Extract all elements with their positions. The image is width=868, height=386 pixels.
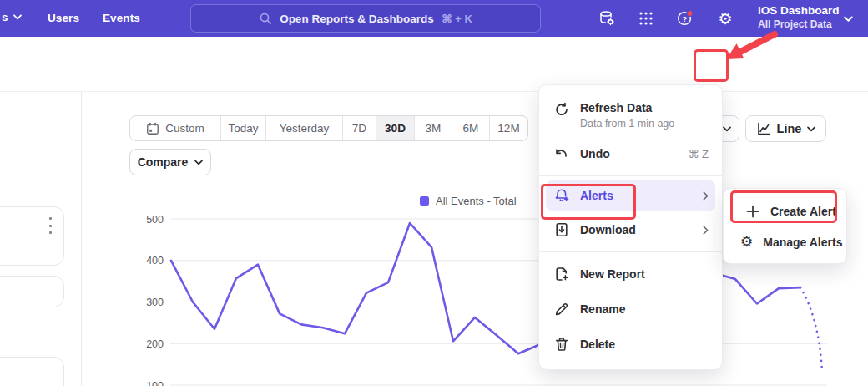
- project-name: iOS Dashboard: [758, 3, 841, 18]
- search-shortcut: ⌘ + K: [442, 13, 472, 25]
- chevron-down-icon: [807, 126, 815, 132]
- app-window: s Users Events Open Reports & Dashboards…: [0, 0, 868, 386]
- submenu-label: Create Alert: [770, 205, 836, 218]
- menu-item-new-report[interactable]: New Report: [539, 256, 722, 292]
- svg-text:200: 200: [146, 338, 164, 350]
- svg-text:?: ?: [682, 14, 687, 23]
- chevron-down-icon: [13, 14, 22, 20]
- apps-menu-button[interactable]: [637, 9, 655, 28]
- search-icon: [259, 12, 272, 25]
- apps-grid-icon: [638, 10, 654, 27]
- date-range-6m[interactable]: 6M: [452, 116, 489, 140]
- help-button[interactable]: ?: [676, 9, 694, 28]
- bell-plus-icon: [554, 188, 569, 203]
- project-scope: All Project Data: [758, 18, 841, 31]
- svg-text:100: 100: [146, 380, 164, 386]
- help-icon: ?: [676, 8, 694, 28]
- nav-overflow-label: s: [2, 11, 8, 23]
- kebab-menu-icon[interactable]: [45, 217, 55, 234]
- menu-item-alerts[interactable]: Alerts: [546, 180, 715, 211]
- menu-label: New Report: [580, 267, 645, 281]
- submenu-item-manage-alerts[interactable]: ⚙ Manage Alerts: [724, 226, 846, 257]
- more-options-menu: Refresh Data Data from 1 min ago Undo ⌘ …: [538, 84, 723, 370]
- calendar-icon: [146, 122, 159, 135]
- submenu-item-create-alert[interactable]: Create Alert: [724, 196, 846, 226]
- menu-sublabel: Data from 1 min ago: [580, 118, 674, 130]
- date-range-today[interactable]: Today: [220, 116, 265, 140]
- date-range-7d[interactable]: 7D: [342, 116, 376, 140]
- chart-type-button[interactable]: Line: [745, 115, 826, 142]
- nav-item-events[interactable]: Events: [103, 12, 140, 24]
- menu-item-delete[interactable]: Delete: [539, 327, 722, 362]
- chevron-right-icon: [703, 226, 709, 235]
- date-range-3m[interactable]: 3M: [414, 116, 452, 140]
- alerts-submenu: Create Alert ⚙ Manage Alerts: [723, 188, 847, 264]
- menu-item-download[interactable]: Download: [539, 212, 722, 247]
- menu-label: Delete: [580, 338, 615, 351]
- compare-label: Compare: [138, 155, 189, 169]
- query-card[interactable]: [0, 206, 64, 266]
- query-card[interactable]: [0, 276, 64, 307]
- pencil-icon: [554, 302, 569, 317]
- date-range-custom[interactable]: Custom: [130, 116, 220, 140]
- gear-icon: ⚙: [740, 235, 753, 250]
- trash-icon: [554, 337, 569, 352]
- undo-icon: [554, 146, 569, 161]
- search-input[interactable]: Open Reports & Dashboards ⌘ + K: [190, 4, 541, 33]
- project-selector[interactable]: iOS Dashboard All Project Data: [758, 3, 841, 31]
- new-report-icon: [554, 267, 569, 282]
- date-range-control: Custom Today Yesterday 7D 30D 3M 6M 12M: [129, 115, 528, 141]
- search-placeholder: Open Reports & Dashboards: [280, 13, 434, 25]
- chevron-down-icon: [194, 160, 203, 165]
- data-management-button[interactable]: [598, 9, 616, 28]
- date-range-yesterday[interactable]: Yesterday: [265, 116, 342, 140]
- menu-label: Alerts: [580, 189, 613, 202]
- nav-item-truncated[interactable]: s: [2, 11, 22, 23]
- svg-text:400: 400: [146, 255, 164, 267]
- date-range-12m[interactable]: 12M: [489, 116, 527, 140]
- chevron-right-icon: [703, 191, 709, 201]
- menu-divider: [539, 251, 722, 252]
- menu-label: Undo: [580, 147, 610, 160]
- plus-icon: [745, 204, 760, 219]
- menu-label: Refresh Data: [580, 101, 652, 114]
- compare-button[interactable]: Compare: [129, 149, 211, 175]
- report-header: [0, 37, 868, 92]
- menu-divider: [539, 175, 722, 176]
- query-card[interactable]: [0, 357, 64, 386]
- date-range-label: Custom: [165, 122, 204, 135]
- menu-item-rename[interactable]: Rename: [539, 292, 722, 327]
- chart-type-label: Line: [777, 122, 802, 135]
- settings-icon: ⚙: [718, 11, 732, 27]
- top-nav-bar: s Users Events Open Reports & Dashboards…: [0, 0, 868, 37]
- chevron-down-icon: [723, 126, 731, 132]
- line-chart-icon: [756, 121, 771, 136]
- refresh-icon: [554, 102, 569, 117]
- menu-label: Rename: [580, 302, 625, 316]
- chevron-down-icon[interactable]: [844, 16, 853, 23]
- nav-item-users[interactable]: Users: [48, 12, 79, 24]
- date-range-30d[interactable]: 30D: [376, 116, 414, 140]
- settings-button[interactable]: ⚙: [716, 9, 734, 28]
- menu-item-undo[interactable]: Undo ⌘ Z: [539, 136, 722, 171]
- submenu-label: Manage Alerts: [763, 236, 842, 249]
- menu-label: Download: [580, 223, 636, 236]
- svg-text:500: 500: [146, 214, 164, 226]
- data-icon: [598, 9, 616, 28]
- download-icon: [554, 222, 569, 237]
- menu-item-refresh-data[interactable]: Refresh Data Data from 1 min ago: [539, 93, 722, 136]
- shortcut-hint: ⌘ Z: [688, 148, 709, 160]
- svg-text:300: 300: [146, 297, 164, 308]
